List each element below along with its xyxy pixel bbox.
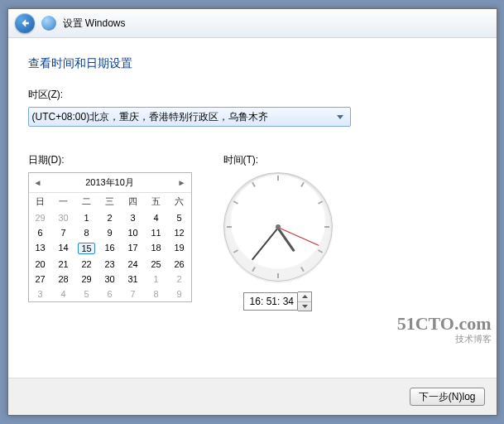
window-title: 设置 Windows	[63, 17, 126, 31]
content-area: 查看时间和日期设置 时区(Z): (UTC+08:00)北京，重庆，香港特别行政…	[8, 38, 497, 378]
cal-day[interactable]: 5	[75, 287, 98, 301]
cal-day[interactable]: 25	[145, 257, 168, 272]
cal-day[interactable]: 13	[29, 240, 52, 257]
cal-day[interactable]: 7	[52, 225, 75, 240]
clock-tick	[317, 249, 322, 253]
next-button[interactable]: 下一步(N)log	[410, 388, 485, 406]
page-title: 查看时间和日期设置	[28, 56, 477, 71]
time-input[interactable]	[243, 292, 298, 311]
timezone-value: (UTC+08:00)北京，重庆，香港特别行政区，乌鲁木齐	[32, 110, 334, 124]
clock-tick	[317, 200, 322, 205]
analog-clock	[223, 172, 333, 282]
cal-title: 2013年10月	[42, 176, 178, 189]
cal-day[interactable]: 6	[29, 225, 52, 240]
cal-day[interactable]: 27	[29, 272, 52, 287]
cal-day[interactable]: 11	[145, 225, 168, 240]
clock-tick	[233, 249, 238, 253]
cal-day[interactable]: 20	[29, 257, 52, 272]
cal-day[interactable]: 31	[122, 272, 145, 287]
cal-day[interactable]: 23	[98, 257, 122, 272]
timezone-combobox[interactable]: (UTC+08:00)北京，重庆，香港特别行政区，乌鲁木齐	[28, 107, 351, 127]
cal-day[interactable]: 26	[168, 257, 191, 272]
cal-day[interactable]: 10	[122, 225, 145, 240]
cal-day[interactable]: 4	[52, 287, 75, 301]
cal-prev[interactable]: ◄	[34, 178, 42, 187]
window-header: 设置 Windows	[8, 9, 497, 38]
cal-day[interactable]: 5	[168, 210, 191, 225]
cal-day[interactable]: 8	[75, 225, 98, 240]
clock-tick	[252, 182, 256, 187]
timezone-label: 时区(Z):	[28, 88, 477, 102]
footer: 下一步(N)log	[8, 378, 497, 415]
cal-day[interactable]: 28	[52, 272, 75, 287]
cal-day[interactable]: 3	[122, 210, 145, 225]
cal-day[interactable]: 30	[98, 272, 122, 287]
cal-day[interactable]: 1	[145, 272, 168, 287]
cal-day[interactable]: 18	[145, 240, 168, 257]
clock-tick	[277, 176, 279, 181]
clock-tick	[252, 267, 256, 272]
time-label: 时间(T):	[223, 153, 333, 167]
spinner-up[interactable]	[298, 292, 311, 302]
cal-day[interactable]: 29	[75, 272, 98, 287]
cal-day[interactable]: 29	[29, 210, 52, 225]
cal-dow: 四	[122, 193, 145, 210]
cal-dow: 六	[168, 193, 191, 210]
cal-day[interactable]: 14	[52, 240, 75, 257]
cal-day[interactable]: 6	[98, 287, 122, 301]
cal-next[interactable]: ►	[178, 178, 186, 187]
cal-dow: 三	[98, 193, 122, 210]
cal-dow: 二	[75, 193, 98, 210]
back-button[interactable]	[15, 13, 35, 33]
clock-tick	[324, 226, 329, 228]
cal-weekday-row: 日一二三四五六	[29, 193, 191, 210]
clock-tick	[233, 200, 238, 205]
cal-day[interactable]: 19	[168, 240, 191, 257]
cal-day[interactable]: 2	[98, 210, 122, 225]
clock-tick	[277, 273, 279, 278]
minute-hand	[251, 227, 278, 260]
calendar: ◄ 2013年10月 ► 日一二三四五六 2930123456789101112…	[28, 172, 192, 302]
cal-dow: 一	[52, 193, 75, 210]
cal-day[interactable]: 9	[98, 225, 122, 240]
cal-day[interactable]: 2	[168, 272, 191, 287]
clock-tick	[227, 226, 232, 228]
globe-icon	[41, 16, 56, 31]
clock-pin	[276, 224, 281, 229]
cal-day[interactable]: 4	[145, 210, 168, 225]
cal-dow: 五	[145, 193, 168, 210]
cal-days-grid: 2930123456789101112131415161718192021222…	[29, 210, 191, 301]
watermark: 51CTO.com 技术博客	[397, 313, 492, 344]
cal-day[interactable]: 8	[145, 287, 168, 301]
cal-day[interactable]: 24	[122, 257, 145, 272]
cal-day[interactable]: 7	[122, 287, 145, 301]
cal-day[interactable]: 3	[29, 287, 52, 301]
date-label: 日期(D):	[28, 153, 192, 167]
settings-window: 设置 Windows 查看时间和日期设置 时区(Z): (UTC+08:00)北…	[7, 8, 497, 416]
cal-day[interactable]: 30	[52, 210, 75, 225]
clock-tick	[300, 182, 305, 187]
chevron-down-icon	[334, 108, 347, 126]
back-arrow-icon	[20, 18, 30, 28]
clock-tick	[300, 267, 305, 272]
time-spinner	[298, 292, 312, 311]
cal-day[interactable]: 21	[52, 257, 75, 272]
time-stepper[interactable]	[243, 292, 312, 311]
cal-day[interactable]: 15	[75, 240, 98, 257]
cal-day[interactable]: 17	[122, 240, 145, 257]
cal-day[interactable]: 9	[168, 287, 191, 301]
cal-day[interactable]: 22	[75, 257, 98, 272]
cal-day[interactable]: 1	[75, 210, 98, 225]
cal-day[interactable]: 16	[98, 240, 122, 257]
spinner-down[interactable]	[298, 302, 311, 311]
cal-day[interactable]: 12	[168, 225, 191, 240]
cal-dow: 日	[29, 193, 52, 210]
